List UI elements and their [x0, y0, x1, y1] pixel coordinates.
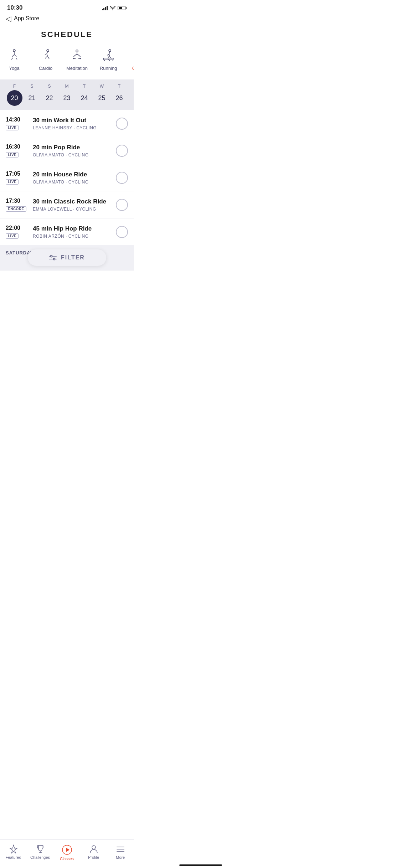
schedule-item-2200[interactable]: 22:00 LIVE 45 min Hip Hop Ride ROBIN ARZ… [0, 218, 134, 245]
filter-icon [49, 254, 57, 261]
svg-point-3 [109, 50, 111, 52]
calendar-day-26[interactable]: T 26 [110, 84, 128, 106]
check-5[interactable] [116, 226, 128, 238]
info-4: 30 min Classic Rock Ride EMMA LOVEWELL ·… [33, 198, 112, 212]
calendar-day-24[interactable]: T 24 [76, 84, 93, 106]
calendar-day-22[interactable]: S 22 [41, 84, 58, 106]
running-icon [101, 48, 116, 63]
title-2: 20 min Pop Ride [33, 144, 112, 151]
info-3: 20 min House Ride OLIVIA AMATO · CYCLING [33, 171, 112, 185]
category-cycling[interactable]: Cycling [125, 45, 134, 74]
status-time: 10:30 [7, 4, 22, 11]
badge-live-3: LIVE [6, 179, 19, 185]
check-2[interactable] [116, 145, 128, 157]
svg-point-2 [76, 50, 78, 52]
title-4: 30 min Classic Rock Ride [33, 198, 112, 205]
time-5: 22:00 [6, 225, 20, 231]
calendar-day-21[interactable]: S 21 [23, 84, 41, 106]
status-bar: 10:30 [0, 0, 134, 13]
meditation-label: Meditation [66, 66, 88, 71]
yoga-label: Yoga [9, 66, 19, 71]
badge-live-5: LIVE [6, 233, 19, 239]
calendar-strip[interactable]: F 20 S 21 S 22 M 23 T 24 W 25 T 2 [0, 79, 134, 110]
saturday-section: SATURDAY 21 N FILTER [0, 245, 134, 291]
check-4[interactable] [116, 199, 128, 211]
category-cardio[interactable]: Cardio [31, 45, 60, 74]
schedule-item-1630[interactable]: 16:30 LIVE 20 min Pop Ride OLIVIA AMATO … [0, 137, 134, 164]
info-1: 30 min Work It Out LEANNE HAINSBY · CYCL… [33, 117, 112, 130]
badge-live-1: LIVE [6, 125, 19, 130]
saturday-content [0, 270, 134, 291]
cycling-label: Cycling [132, 66, 134, 71]
time-1: 14:30 [6, 117, 20, 123]
wifi-icon [110, 6, 115, 10]
svg-point-10 [51, 255, 52, 257]
check-3[interactable] [116, 172, 128, 184]
badge-live-2: LIVE [6, 152, 19, 157]
filter-label: FILTER [61, 254, 85, 261]
meta-2: OLIVIA AMATO · CYCLING [33, 153, 112, 157]
info-2: 20 min Pop Ride OLIVIA AMATO · CYCLING [33, 144, 112, 157]
back-icon[interactable]: ◁ [6, 14, 11, 23]
schedule-list: 14:30 LIVE 30 min Work It Out LEANNE HAI… [0, 110, 134, 320]
svg-rect-4 [103, 58, 113, 59]
cardio-icon [38, 48, 53, 63]
schedule-item-1705[interactable]: 17:05 LIVE 20 min House Ride OLIVIA AMAT… [0, 164, 134, 191]
time-block-3: 17:05 LIVE [6, 171, 29, 185]
svg-point-0 [13, 50, 15, 52]
time-2: 16:30 [6, 144, 20, 150]
schedule-item-1730[interactable]: 17:30 ENCORE 30 min Classic Rock Ride EM… [0, 191, 134, 218]
title-1: 30 min Work It Out [33, 117, 112, 124]
cardio-label: Cardio [39, 66, 52, 71]
app-store-nav: ◁ App Store [0, 13, 134, 26]
category-scroll[interactable]: Yoga Cardio Meditation [0, 45, 134, 79]
time-block-1: 14:30 LIVE [6, 117, 29, 130]
info-5: 45 min Hip Hop Ride ROBIN ARZÓN · CYCLIN… [33, 225, 112, 239]
schedule-item-1430[interactable]: 14:30 LIVE 30 min Work It Out LEANNE HAI… [0, 110, 134, 137]
calendar-day-20[interactable]: F 20 [6, 84, 23, 106]
time-block-5: 22:00 LIVE [6, 225, 29, 239]
filter-row: SATURDAY 21 N FILTER [0, 245, 134, 270]
app-store-label: App Store [14, 15, 39, 22]
status-icons [102, 6, 127, 10]
meta-5: ROBIN ARZÓN · CYCLING [33, 234, 112, 239]
filter-button[interactable]: FILTER [28, 249, 106, 266]
page-header: SCHEDULE [0, 26, 134, 45]
svg-point-1 [47, 50, 49, 52]
page-title: SCHEDULE [41, 30, 93, 39]
calendar-day-23[interactable]: M 23 [58, 84, 76, 106]
meta-3: OLIVIA AMATO · CYCLING [33, 180, 112, 185]
category-yoga[interactable]: Yoga [0, 45, 29, 74]
signal-icon [102, 6, 108, 10]
meditation-icon [69, 48, 85, 63]
yoga-icon [6, 48, 22, 63]
svg-point-11 [53, 258, 55, 260]
badge-encore-4: ENCORE [6, 206, 26, 212]
meta-1: LEANNE HAINSBY · CYCLING [33, 125, 112, 130]
title-5: 45 min Hip Hop Ride [33, 225, 112, 232]
time-3: 17:05 [6, 171, 20, 177]
category-meditation[interactable]: Meditation [63, 45, 91, 74]
meta-4: EMMA LOVEWELL · CYCLING [33, 207, 112, 212]
time-4: 17:30 [6, 198, 20, 204]
time-block-4: 17:30 ENCORE [6, 198, 29, 212]
running-label: Running [100, 66, 117, 71]
time-block-2: 16:30 LIVE [6, 144, 29, 157]
category-running[interactable]: Running [94, 45, 123, 74]
title-3: 20 min House Ride [33, 171, 112, 178]
check-1[interactable] [116, 118, 128, 130]
cycling-icon [132, 48, 134, 63]
battery-icon [118, 6, 127, 10]
calendar-day-25[interactable]: W 25 [93, 84, 110, 106]
